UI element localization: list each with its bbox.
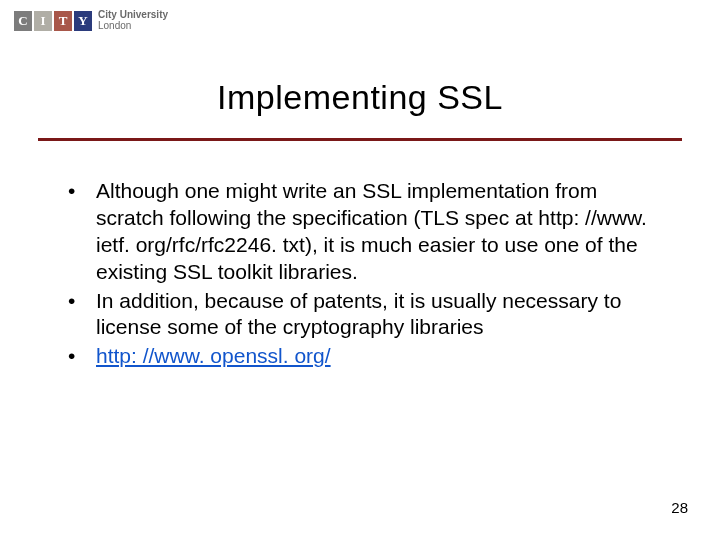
logo-letter: T bbox=[54, 11, 72, 31]
logo-text: City University London bbox=[98, 10, 168, 31]
slide-content: Although one might write an SSL implemen… bbox=[68, 178, 658, 372]
university-logo: C I T Y City University London bbox=[14, 10, 168, 31]
logo-text-line2: London bbox=[98, 21, 168, 32]
logo-letter: Y bbox=[74, 11, 92, 31]
page-number: 28 bbox=[671, 499, 688, 516]
logo-text-line1: City University bbox=[98, 10, 168, 21]
bullet-item: In addition, because of patents, it is u… bbox=[68, 288, 658, 342]
openssl-link[interactable]: http: //www. openssl. org/ bbox=[96, 344, 331, 367]
bullet-item: Although one might write an SSL implemen… bbox=[68, 178, 658, 286]
bullet-item: http: //www. openssl. org/ bbox=[68, 343, 658, 370]
logo-letter: C bbox=[14, 11, 32, 31]
logo-blocks: C I T Y bbox=[14, 11, 92, 31]
bullet-list: Although one might write an SSL implemen… bbox=[68, 178, 658, 370]
logo-letter: I bbox=[34, 11, 52, 31]
title-underline bbox=[38, 138, 682, 141]
slide-title: Implementing SSL bbox=[0, 78, 720, 117]
